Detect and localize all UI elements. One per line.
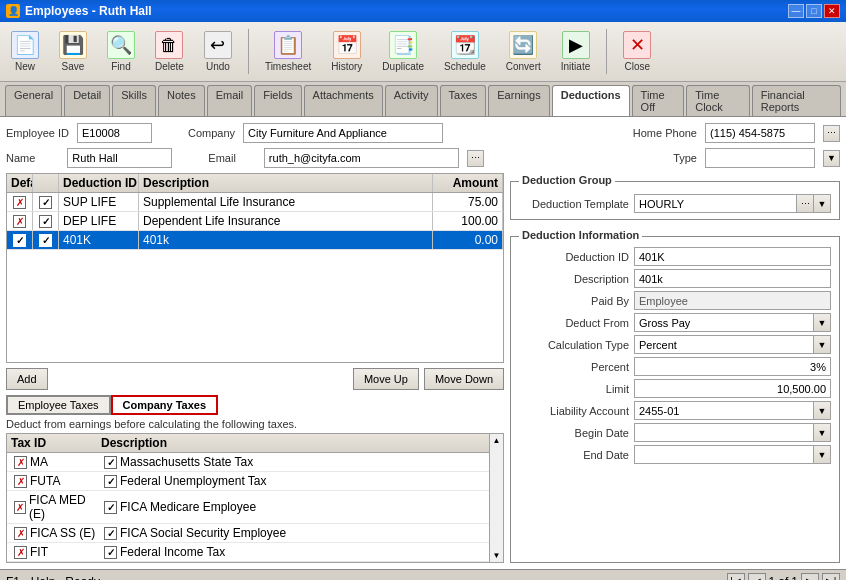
maximize-button[interactable]: □ [806, 4, 822, 18]
find-button[interactable]: 🔍 Find [101, 27, 141, 76]
tab-email[interactable]: Email [207, 85, 253, 116]
table-row[interactable]: SUP LIFE Supplemental Life Insurance 75.… [7, 193, 503, 212]
save-button[interactable]: 💾 Save [53, 27, 93, 76]
tab-timeoff[interactable]: Time Off [632, 85, 685, 116]
tax-list-container: Tax ID Description MA Massachusetts Stat… [6, 433, 504, 563]
end-date-dropdown[interactable]: ▼ [813, 446, 830, 463]
tax-check-fit[interactable] [14, 546, 27, 559]
tab-financial[interactable]: Financial Reports [752, 85, 841, 116]
next-record-button[interactable]: ▶ [801, 573, 819, 581]
home-phone-dropdown[interactable]: ⋯ [823, 125, 840, 142]
right-panel: Deduction Group Deduction Template ⋯ ▼ D… [510, 173, 840, 563]
employee-id-input[interactable] [77, 123, 152, 143]
employee-taxes-tab[interactable]: Employee Taxes [6, 395, 111, 415]
close-button[interactable]: ✕ Close [617, 27, 657, 76]
title-bar: 👤 Employees - Ruth Hall — □ ✕ [0, 0, 846, 22]
duplicate-button[interactable]: 📑 Duplicate [376, 27, 430, 76]
tab-notes[interactable]: Notes [158, 85, 205, 116]
percent-field[interactable] [639, 361, 826, 373]
tab-taxes[interactable]: Taxes [440, 85, 487, 116]
default-check-1[interactable] [13, 196, 26, 209]
current-record: 1 [769, 575, 776, 581]
email-input[interactable] [264, 148, 459, 168]
convert-icon: 🔄 [509, 31, 537, 59]
tab-fields[interactable]: Fields [254, 85, 301, 116]
liability-dropdown[interactable]: ▼ [813, 402, 830, 419]
template-dropdown-arrow[interactable]: ▼ [813, 195, 830, 212]
deduction-id-field[interactable] [639, 251, 826, 263]
undo-button[interactable]: ↩ Undo [198, 27, 238, 76]
first-record-button[interactable]: |◀ [727, 573, 745, 581]
tab-activity[interactable]: Activity [385, 85, 438, 116]
deduction-table-header: Default Deduction ID Description Amount [7, 174, 503, 193]
minimize-button[interactable]: — [788, 4, 804, 18]
tax-active-fit[interactable] [104, 546, 117, 559]
type-input[interactable] [705, 148, 815, 168]
tax-row[interactable]: FICA MED (E) FICA Medicare Employee [7, 491, 489, 524]
template-input[interactable] [635, 197, 796, 211]
tax-list-header: Tax ID Description [7, 434, 489, 453]
close-window-button[interactable]: ✕ [824, 4, 840, 18]
active-check-3[interactable] [39, 234, 52, 247]
description-field[interactable] [639, 273, 826, 285]
schedule-button[interactable]: 📆 Schedule [438, 27, 492, 76]
description-3: 401k [139, 231, 433, 249]
deduct-from-dropdown[interactable]: ▼ [813, 314, 830, 331]
initiate-button[interactable]: ▶ Initiate [555, 27, 596, 76]
tab-skills[interactable]: Skills [112, 85, 156, 116]
active-check-1[interactable] [39, 196, 52, 209]
deduction-id-1: SUP LIFE [59, 193, 139, 211]
active-check-2[interactable] [39, 215, 52, 228]
new-button[interactable]: 📄 New [5, 27, 45, 76]
field-value-percent [634, 357, 831, 376]
status-text: Ready [65, 575, 100, 581]
tab-timeclock[interactable]: Time Clock [686, 85, 749, 116]
default-check-2[interactable] [13, 215, 26, 228]
move-up-button[interactable]: Move Up [353, 368, 419, 390]
convert-button[interactable]: 🔄 Convert [500, 27, 547, 76]
tab-detail[interactable]: Detail [64, 85, 110, 116]
last-record-button[interactable]: ▶| [822, 573, 840, 581]
tax-active-ficass[interactable] [104, 527, 117, 540]
calc-type-dropdown[interactable]: ▼ [813, 336, 830, 353]
tab-earnings[interactable]: Earnings [488, 85, 549, 116]
type-dropdown[interactable]: ▼ [823, 150, 840, 167]
move-down-button[interactable]: Move Down [424, 368, 504, 390]
name-input[interactable] [67, 148, 172, 168]
limit-field[interactable] [639, 383, 826, 395]
history-button[interactable]: 📅 History [325, 27, 368, 76]
tax-active-ma[interactable] [104, 456, 117, 469]
table-row[interactable]: 401K 401k 0.00 [7, 231, 503, 250]
prev-record-button[interactable]: ◀ [748, 573, 766, 581]
tax-check-ficass[interactable] [14, 527, 27, 540]
email-dropdown[interactable]: ⋯ [467, 150, 484, 167]
delete-button[interactable]: 🗑 Delete [149, 27, 190, 76]
tab-attachments[interactable]: Attachments [304, 85, 383, 116]
add-button[interactable]: Add [6, 368, 48, 390]
calc-type-field[interactable] [635, 338, 813, 352]
begin-date-dropdown[interactable]: ▼ [813, 424, 830, 441]
end-date-field[interactable] [635, 448, 813, 462]
tax-active-ficamed[interactable] [104, 501, 117, 514]
company-taxes-tab[interactable]: Company Taxes [111, 395, 219, 415]
tax-row[interactable]: MA Massachusetts State Tax [7, 453, 489, 472]
template-dropdown-dots[interactable]: ⋯ [796, 195, 813, 212]
begin-date-field[interactable] [635, 426, 813, 440]
tax-check-ma[interactable] [14, 456, 27, 469]
company-input[interactable] [243, 123, 443, 143]
tax-row[interactable]: FIT Federal Income Tax [7, 543, 489, 562]
tax-active-futa[interactable] [104, 475, 117, 488]
default-check-3[interactable] [13, 234, 26, 247]
tab-deductions[interactable]: Deductions [552, 85, 630, 116]
liability-field[interactable] [635, 404, 813, 418]
tax-check-futa[interactable] [14, 475, 27, 488]
tax-row[interactable]: FICA SS (E) FICA Social Security Employe… [7, 524, 489, 543]
tax-check-ficamed[interactable] [14, 501, 26, 514]
deduct-from-field[interactable] [635, 316, 813, 330]
timesheet-button[interactable]: 📋 Timesheet [259, 27, 317, 76]
home-phone-input[interactable] [705, 123, 815, 143]
tab-general[interactable]: General [5, 85, 62, 116]
scrollbar[interactable]: ▲ ▼ [489, 434, 503, 562]
tax-row[interactable]: FUTA Federal Unemployment Tax [7, 472, 489, 491]
table-row[interactable]: DEP LIFE Dependent Life Insurance 100.00 [7, 212, 503, 231]
